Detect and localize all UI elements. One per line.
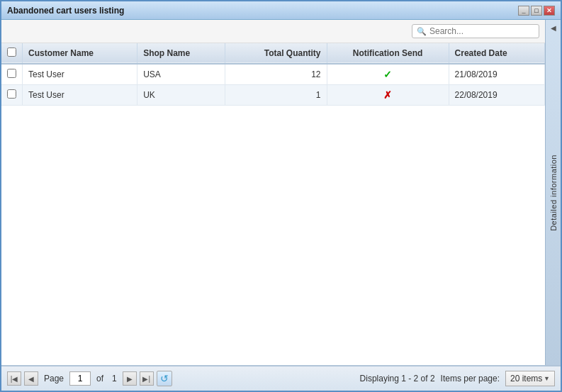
header-checkbox-col (1, 43, 23, 64)
header-total-quantity: Total Quantity (225, 43, 327, 64)
table-container: Customer Name Shop Name Total Quantity N… (1, 43, 545, 365)
row-customer-name: Test User (23, 85, 137, 106)
content-area: 🔍 Customer Name (1, 20, 561, 365)
row-notification-send: ✗ (327, 85, 449, 106)
prev-page-button[interactable]: ◀ (24, 371, 38, 386)
main-panel: 🔍 Customer Name (1, 20, 545, 365)
toolbar: 🔍 (1, 20, 545, 43)
row-checkbox[interactable] (7, 89, 16, 99)
row-created-date: 22/08/2019 (449, 85, 544, 106)
notification-icon: ✗ (383, 89, 392, 101)
items-per-page-value: 20 items (510, 374, 542, 383)
title-bar: Abandoned cart users listing _ □ ✕ (1, 1, 561, 20)
table-row[interactable]: Test User UK 1 ✗ 22/08/2019 (1, 85, 545, 106)
items-select-arrow-icon: ▼ (544, 375, 550, 382)
first-page-button[interactable]: |◀ (7, 371, 21, 386)
table-header-row: Customer Name Shop Name Total Quantity N… (1, 43, 545, 64)
items-per-page-select[interactable]: 20 items ▼ (505, 371, 555, 386)
header-shop-name: Shop Name (137, 43, 225, 64)
table-body: Test User USA 12 ✓ 21/08/2019 Test User … (1, 64, 545, 106)
sidebar-arrow-icon: ◀ (551, 24, 556, 32)
display-info: Displaying 1 - 2 of 2 Items per page: 20… (360, 371, 555, 386)
row-checkbox-cell (1, 85, 23, 106)
page-label: Page (44, 374, 64, 383)
window-title: Abandoned cart users listing (7, 6, 124, 16)
select-all-checkbox[interactable] (7, 47, 16, 57)
next-page-button[interactable]: ▶ (123, 371, 137, 386)
row-total-quantity: 1 (225, 85, 327, 106)
total-pages: 1 (112, 374, 117, 383)
search-input[interactable] (429, 26, 534, 36)
window-controls: _ □ ✕ (518, 6, 555, 16)
row-created-date: 21/08/2019 (449, 64, 544, 85)
maximize-button[interactable]: □ (531, 6, 542, 16)
close-button[interactable]: ✕ (544, 6, 555, 16)
refresh-button[interactable]: ↺ (157, 371, 172, 386)
footer: |◀ ◀ Page of 1 ▶ ▶| ↺ Displaying 1 - 2 o… (1, 365, 561, 391)
row-total-quantity: 12 (225, 64, 327, 85)
table-row[interactable]: Test User USA 12 ✓ 21/08/2019 (1, 64, 545, 85)
search-icon: 🔍 (417, 27, 427, 36)
sidebar-right[interactable]: ◀ Detailed information (545, 20, 561, 365)
row-checkbox[interactable] (7, 69, 16, 78)
last-page-button[interactable]: ▶| (140, 371, 154, 386)
row-checkbox-cell (1, 64, 23, 85)
minimize-button[interactable]: _ (518, 6, 529, 16)
items-per-page-label: Items per page: (441, 374, 500, 383)
pagination: |◀ ◀ Page of 1 ▶ ▶| ↺ (7, 371, 172, 386)
row-notification-send: ✓ (327, 64, 449, 85)
header-customer-name: Customer Name (23, 43, 137, 64)
sidebar-right-label: Detailed information (549, 155, 558, 231)
row-shop-name: USA (137, 64, 225, 85)
header-notification-send: Notification Send (327, 43, 449, 64)
main-window: Abandoned cart users listing _ □ ✕ 🔍 (0, 0, 562, 392)
notification-icon: ✓ (383, 69, 392, 80)
row-shop-name: UK (137, 85, 225, 106)
of-label: of (96, 374, 103, 383)
search-box[interactable]: 🔍 (412, 24, 539, 38)
page-number-input[interactable] (69, 371, 91, 386)
row-customer-name: Test User (23, 64, 137, 85)
header-created-date: Created Date (449, 43, 544, 64)
data-table: Customer Name Shop Name Total Quantity N… (1, 43, 545, 106)
displaying-text: Displaying 1 - 2 of 2 (360, 374, 435, 383)
